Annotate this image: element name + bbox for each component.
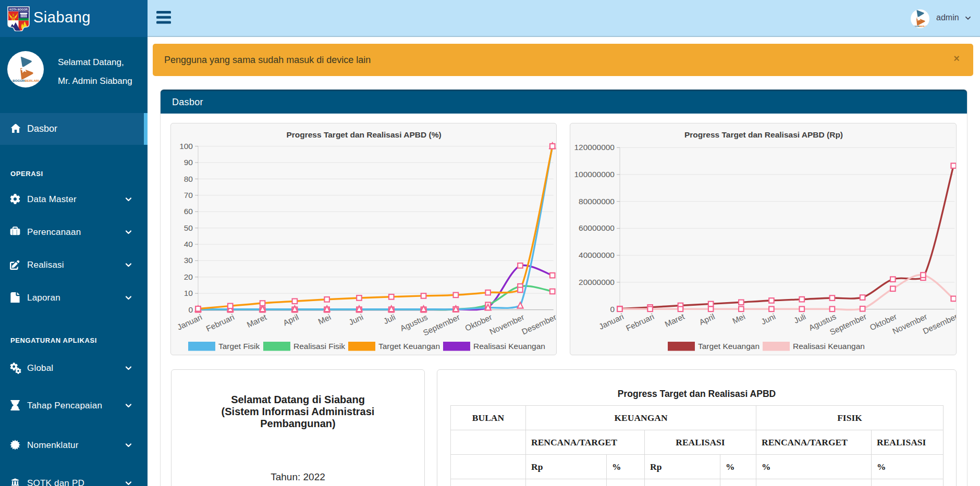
svg-text:Target Keuangan: Target Keuangan [378, 342, 440, 351]
svg-text:Januari: Januari [176, 313, 203, 332]
svg-text:BOGORBERLARI: BOGORBERLARI [911, 25, 929, 28]
svg-text:40000000: 40000000 [579, 251, 615, 259]
svg-text:Target Fisik: Target Fisik [218, 342, 260, 351]
svg-text:40: 40 [184, 240, 193, 248]
svg-text:30: 30 [184, 256, 193, 265]
svg-text:10: 10 [184, 289, 193, 297]
svg-text:April: April [698, 312, 716, 327]
svg-text:0: 0 [188, 305, 193, 314]
svg-text:Juli: Juli [382, 313, 397, 326]
svg-text:120000000: 120000000 [574, 143, 615, 152]
svg-text:Progress Target dan Realisasi: Progress Target dan Realisasi APBD (%) [286, 130, 441, 139]
svg-text:Desember: Desember [921, 312, 957, 336]
svg-text:Progress Target dan Realisasi: Progress Target dan Realisasi APBD (Rp) [684, 130, 843, 139]
svg-text:Januari: Januari [597, 312, 625, 331]
svg-text:100: 100 [179, 142, 193, 151]
svg-text:Juni: Juni [347, 313, 364, 327]
svg-text:KOTA BOGOR: KOTA BOGOR [9, 8, 28, 11]
svg-text:60000000: 60000000 [579, 223, 615, 232]
svg-text:Juli: Juli [792, 312, 807, 325]
svg-text:Realisasi Fisik: Realisasi Fisik [293, 342, 345, 351]
svg-text:Target Keuangan: Target Keuangan [698, 342, 760, 351]
svg-text:Realisasi Keuangan: Realisasi Keuangan [793, 342, 865, 351]
svg-text:Mei: Mei [317, 313, 333, 326]
svg-text:80000000: 80000000 [579, 197, 615, 206]
svg-text:Februari: Februari [205, 313, 236, 333]
svg-text:100000000: 100000000 [574, 170, 615, 179]
svg-text:Maret: Maret [246, 313, 268, 329]
svg-text:0: 0 [610, 305, 615, 314]
svg-text:Februari: Februari [624, 312, 655, 333]
svg-text:90: 90 [184, 158, 193, 167]
svg-text:Desember: Desember [520, 313, 557, 337]
svg-text:80: 80 [184, 175, 193, 183]
svg-text:September: September [422, 313, 461, 337]
svg-text:20000000: 20000000 [579, 278, 615, 286]
svg-text:April: April [281, 313, 300, 328]
svg-text:November: November [488, 313, 525, 337]
svg-text:Juni: Juni [760, 312, 777, 326]
svg-text:Realisasi Keuangan: Realisasi Keuangan [473, 342, 545, 351]
svg-text:Mei: Mei [731, 312, 746, 326]
svg-text:70: 70 [184, 191, 193, 200]
svg-text:20: 20 [184, 272, 193, 281]
svg-text:60: 60 [184, 207, 193, 216]
svg-text:50: 50 [184, 223, 193, 232]
svg-text:Maret: Maret [664, 312, 687, 329]
svg-text:BOGORBERLARI: BOGORBERLARI [13, 78, 39, 82]
